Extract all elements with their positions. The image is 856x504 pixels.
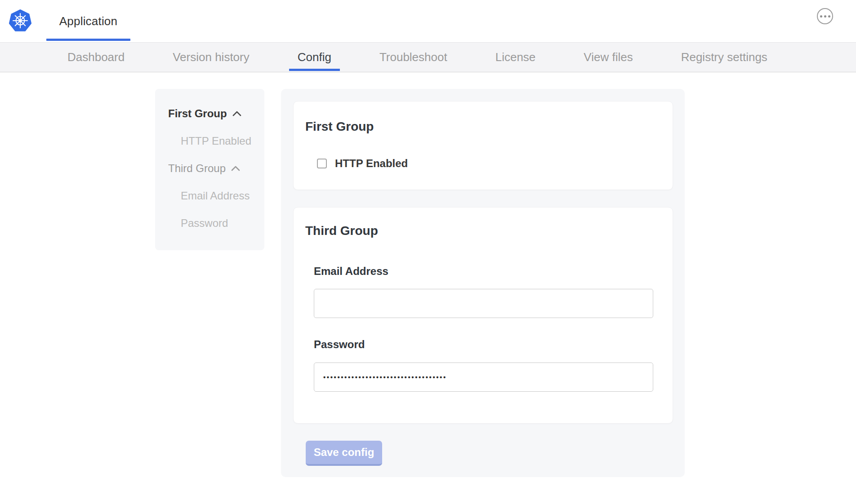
sidebar-item-password[interactable]: Password xyxy=(155,217,264,230)
nav-tabs: Dashboard Version history Config Trouble… xyxy=(67,43,767,72)
sidebar-item-first-group[interactable]: First Group xyxy=(155,107,264,120)
http-enabled-field: HTTP Enabled xyxy=(317,157,661,170)
sidebar-item-http-enabled[interactable]: HTTP Enabled xyxy=(155,135,264,147)
chevron-up-icon xyxy=(232,111,241,117)
application-tab[interactable]: Application xyxy=(46,0,130,42)
email-address-label: Email Address xyxy=(314,265,661,276)
app-window: Application Dashboard Version history Co… xyxy=(0,0,856,504)
ellipsis-icon xyxy=(828,15,830,18)
password-field: Password xyxy=(314,338,661,392)
config-panel: First Group HTTP Enabled Third Group Ema… xyxy=(281,89,685,477)
tab-version-history[interactable]: Version history xyxy=(173,43,250,72)
sidebar-item-email-address[interactable]: Email Address xyxy=(155,190,264,202)
tab-config[interactable]: Config xyxy=(298,43,331,72)
top-bar: Application xyxy=(0,0,856,42)
chevron-up-icon xyxy=(231,165,240,172)
http-enabled-label[interactable]: HTTP Enabled xyxy=(335,157,408,170)
http-enabled-checkbox[interactable] xyxy=(317,159,327,168)
email-address-field: Email Address xyxy=(314,265,661,318)
sidebar-item-third-group[interactable]: Third Group xyxy=(155,162,264,175)
password-label: Password xyxy=(314,338,661,349)
application-tab-label: Application xyxy=(59,14,117,28)
app-nav-bar: Dashboard Version history Config Trouble… xyxy=(0,42,856,72)
ellipsis-icon xyxy=(820,15,822,18)
tab-dashboard[interactable]: Dashboard xyxy=(67,43,125,72)
sidebar-item-label: First Group xyxy=(168,107,227,120)
sidebar-item-label: Email Address xyxy=(181,190,250,202)
tab-troubleshoot[interactable]: Troubleshoot xyxy=(379,43,447,72)
group-title: Third Group xyxy=(305,224,661,238)
tab-view-files[interactable]: View files xyxy=(584,43,633,72)
password-input[interactable] xyxy=(314,363,653,392)
tab-registry-settings[interactable]: Registry settings xyxy=(681,43,767,72)
ellipsis-icon xyxy=(824,15,826,18)
config-sidebar: First Group HTTP Enabled Third Group Ema… xyxy=(155,89,264,250)
email-address-input[interactable] xyxy=(314,289,653,318)
group-title: First Group xyxy=(305,119,661,134)
save-config-button[interactable]: Save config xyxy=(306,441,382,466)
sidebar-item-label: Third Group xyxy=(168,162,226,175)
config-group-first: First Group HTTP Enabled xyxy=(293,101,673,190)
sidebar-item-label: HTTP Enabled xyxy=(181,135,251,147)
tab-license[interactable]: License xyxy=(495,43,536,72)
overflow-menu-button[interactable] xyxy=(817,8,833,24)
config-group-third: Third Group Email Address Password xyxy=(293,207,673,424)
kubernetes-logo-icon xyxy=(9,9,31,32)
sidebar-item-label: Password xyxy=(181,217,228,230)
